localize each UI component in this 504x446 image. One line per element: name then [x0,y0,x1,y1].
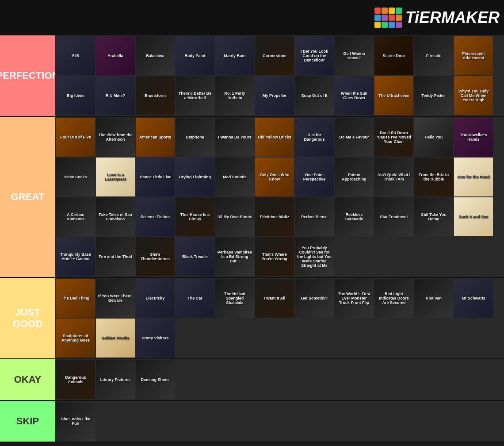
song-certain-romance[interactable]: A Certain Romance [56,197,95,236]
song-knee-socks[interactable]: Knee Socks [56,158,95,196]
tier-label-great: GREAT [0,117,55,277]
song-i-want-it-all[interactable]: I Want It All [255,279,294,318]
song-dangerous-animals[interactable]: Dangerous Animals [56,360,95,399]
song-one-point[interactable]: One Point Perspective [295,158,334,196]
song-hello-you[interactable]: Hello You [414,118,453,157]
song-black-treacle[interactable]: Black Treacle [176,237,214,276]
song-teddy-picker[interactable]: Teddy Picker [414,76,453,115]
song-this-house[interactable]: This House Is a Circus [176,197,214,236]
song-suck-it[interactable]: Suck It and See [454,197,493,236]
song-brianstorm[interactable]: Brianstorm [136,76,175,115]
tier-items-skip: She Looks Like Fun [55,401,504,442]
song-four-out-of-five[interactable]: Four Out of Five [56,118,95,157]
song-if-you-were[interactable]: If You Were There, Beware [96,279,135,318]
song-fluorescent[interactable]: Fluorescent Adolescent [454,36,493,75]
song-bet-somethin[interactable]: Bet Somethin' [295,279,334,318]
tier-row-great: GREAT Four Out of Five The View from the… [0,117,504,278]
tier-row-skip: SKIP She Looks Like Fun [0,401,504,442]
header: TiERMAKER [0,0,504,35]
song-r-u-mine[interactable]: R U Mine? [96,76,135,115]
song-tranquility[interactable]: Tranquility Base Hotel + Casino [56,237,95,276]
song-secret-door[interactable]: Secret Door [374,36,413,75]
song-only-ones[interactable]: Only Ones Who Know [255,158,294,196]
tiermaker-text: TiERMAKER [405,8,500,27]
song-fake-tales[interactable]: Fake Tales of San Francisco [96,197,135,236]
song-sculptures[interactable]: Sculptures of Anything Goes [56,319,95,358]
song-body-paint[interactable]: Body Paint [176,36,214,75]
song-star-treatment[interactable]: Star Treatment [374,197,413,236]
tier-row-just-good: JUST GOOD The Bad Thing If You Were Ther… [0,278,504,359]
song-electricity[interactable]: Electricity [136,279,175,318]
song-big-ideas[interactable]: Big Ideas [56,76,95,115]
song-love-laserquest[interactable]: Love Is a Laserquest [96,158,135,196]
song-perfect-sense[interactable]: Perfect Sense [295,197,334,236]
song-american-sports[interactable]: American Sports [136,118,175,157]
tier-items-just-good: The Bad Thing If You Were There, Beware … [55,278,504,358]
song-science-fiction[interactable]: Science Fiction [136,197,175,236]
song-crying-lightning[interactable]: Crying Lightning [176,158,214,196]
song-hellcat[interactable]: The Hellcat Spangled Shalalala [215,279,254,318]
song-all-my-own[interactable]: All My Own Stunts [215,197,254,236]
song-thunderstorms[interactable]: She's Thunderstorms [136,237,175,276]
song-no1-party[interactable]: No. 1 Party Anthem [215,76,254,115]
song-snap-out[interactable]: Snap Out of It [295,76,334,115]
song-dont-sit-down[interactable]: Don't Sit Down 'Cause I've Moved Your Ch… [374,118,413,157]
tier-label-perfection: PERFECTION [0,35,55,116]
tier-items-great: Four Out of Five The View from the After… [55,117,504,277]
song-golden-trunks[interactable]: Golden Trunks [96,319,135,358]
tiermaker-logo: TiERMAKER [374,8,500,28]
song-riot-van[interactable]: Riot Van [414,279,453,318]
song-fireside[interactable]: Fireside [414,36,453,75]
song-the-car[interactable]: The Car [176,279,214,318]
song-mad-sounds[interactable]: Mad Sounds [215,158,254,196]
song-my-propeller[interactable]: My Propeller [255,76,294,115]
tier-items-okay: Dangerous Animals Library Pictures Danci… [55,359,504,400]
song-piledriver[interactable]: Piledriver Waltz [255,197,294,236]
song-library-pictures[interactable]: Library Pictures [96,360,135,399]
song-bad-thing[interactable]: The Bad Thing [56,279,95,318]
song-you-probably[interactable]: You Probably Couldn't See for the Lights… [295,237,334,276]
song-perhaps-vampires[interactable]: Perhaps Vampires Is a Bit Strong But... [215,237,254,276]
song-jewellers[interactable]: The Jeweller's Hands [454,118,493,157]
tier-row-perfection: PERFECTION 505 Arabella Balaclava Body P… [0,35,504,117]
song-cornerstone[interactable]: Cornerstone [255,36,294,75]
song-pretty-visitors[interactable]: Pretty Visitors [136,319,175,358]
song-old-yellow[interactable]: Old Yellow Bricks [255,118,294,157]
song-do-me-a-favour[interactable]: Do Me a Favour [335,118,374,157]
song-when-sun[interactable]: When the Sun Goes Down [335,76,374,115]
song-aint-quite[interactable]: Ain't Quite What I Think I Am [374,158,413,196]
tier-label-skip: SKIP [0,401,55,442]
song-red-light[interactable]: Red Light Indicates Doors Are Secured [374,279,413,318]
song-fire-thud[interactable]: Fire and the Thud [96,237,135,276]
song-mardy-bum[interactable]: Mardy Bum [215,36,254,75]
tier-row-okay: OKAY Dangerous Animals Library Pictures … [0,359,504,401]
song-mr-schwartz[interactable]: Mr Schwartz [454,279,493,318]
song-view-afternoon[interactable]: The View from the Afternoon [96,118,135,157]
song-dance-little-liar[interactable]: Dance Little Liar [136,158,175,196]
song-reckless[interactable]: Reckless Serenade [335,197,374,236]
song-arabella[interactable]: Arabella [96,36,135,75]
tier-items-perfection: 505 Arabella Balaclava Body Paint Mardy … [55,35,504,116]
tier-label-okay: OKAY [0,359,55,400]
tier-table: TiERMAKER PERFECTION 505 Arabella Balacl… [0,0,504,442]
song-ultracheese[interactable]: The Ultracheese [374,76,413,115]
song-ritz-rubble[interactable]: From the Ritz to the Rubble [414,158,453,196]
song-whydyou[interactable]: Why'd You Only Call Me When You're High [454,76,493,115]
song-d-is-for[interactable]: D Is for Dangerous [295,118,334,157]
song-do-i-wanna[interactable]: Do I Wanna Know? [335,36,374,75]
song-i-wanna-be-yours[interactable]: I Wanna Be Yours [215,118,254,157]
song-still-take[interactable]: Still Take You Home [414,197,453,236]
song-mirrrorball[interactable]: There'd Better Be a Mirrorball [176,76,214,115]
song-i-bet[interactable]: I Bet You Look Good on the Dancefloor [295,36,334,75]
tier-label-just-good: JUST GOOD [0,278,55,358]
song-balaclava[interactable]: Balaclava [136,36,175,75]
logo-grid [374,8,402,28]
song-505[interactable]: 505 [56,36,95,75]
song-monster-truck[interactable]: The World's First Ever Monster Truck Fro… [335,279,374,318]
song-one-for-road[interactable]: One for the Road [454,158,493,196]
song-she-looks-like-fun[interactable]: She Looks Like Fun [56,402,95,441]
song-potion[interactable]: Potion Approaching [335,158,374,196]
song-thats-where[interactable]: That's Where You're Wrong [255,237,294,276]
song-batphone[interactable]: Batphone [176,118,214,157]
song-dancing-shoes[interactable]: Dancing Shoes [136,360,175,399]
